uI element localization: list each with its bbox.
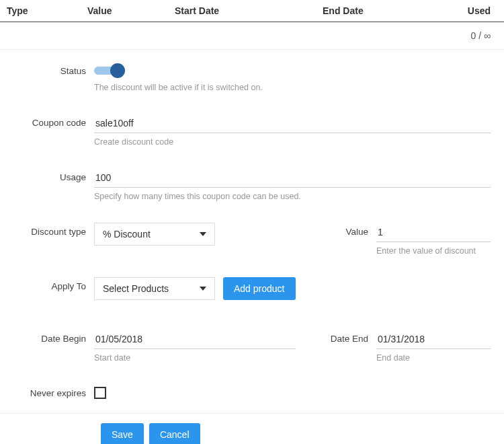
- usage-hint: Specify how many times this coupon code …: [94, 192, 491, 201]
- discount-type-selected: % Discount: [103, 229, 151, 239]
- apply-to-label: Apply To: [0, 277, 94, 291]
- header-value: Value: [87, 5, 175, 16]
- header-used: Used: [450, 5, 497, 16]
- value-hint: Enter the value of discount: [376, 246, 491, 256]
- date-end-input[interactable]: [376, 330, 491, 349]
- date-end-label: Date End: [323, 330, 376, 344]
- value-label: Value: [323, 223, 376, 237]
- save-button[interactable]: Save: [101, 423, 144, 444]
- header-start-date: Start Date: [175, 5, 323, 16]
- header-end-date: End Date: [323, 5, 450, 16]
- discount-type-label: Discount type: [0, 223, 94, 237]
- never-expires-label: Never expires: [0, 384, 94, 398]
- used-count-row: 0 / ∞: [0, 22, 504, 50]
- coupon-label: Coupon code: [0, 114, 94, 128]
- date-begin-hint: Start date: [94, 353, 309, 363]
- status-hint: The discount will be active if it is swi…: [94, 83, 491, 92]
- apply-to-selected: Select Products: [103, 283, 169, 294]
- coupon-code-input[interactable]: [94, 114, 491, 133]
- usage-input[interactable]: [94, 168, 491, 188]
- date-end-hint: End date: [376, 353, 491, 363]
- date-begin-input[interactable]: [94, 330, 296, 349]
- chevron-down-icon: [200, 287, 206, 291]
- header-type: Type: [7, 5, 87, 16]
- cancel-button[interactable]: Cancel: [149, 423, 200, 444]
- chevron-down-icon: [200, 232, 206, 236]
- form-actions: Save Cancel: [0, 414, 504, 444]
- status-label: Status: [0, 62, 94, 76]
- date-begin-label: Date Begin: [0, 330, 94, 344]
- coupon-hint: Create discount code: [94, 137, 491, 147]
- discount-form: Status The discount will be active if it…: [0, 50, 504, 444]
- apply-to-select[interactable]: Select Products: [94, 277, 215, 300]
- discount-type-select[interactable]: % Discount: [94, 223, 215, 246]
- list-header: Type Value Start Date End Date Used: [0, 0, 504, 22]
- never-expires-checkbox[interactable]: [94, 387, 106, 399]
- status-toggle[interactable]: [94, 65, 125, 77]
- used-count: 0 / ∞: [471, 30, 491, 41]
- add-product-button[interactable]: Add product: [223, 277, 296, 300]
- usage-label: Usage: [0, 168, 94, 182]
- value-input[interactable]: [376, 223, 491, 242]
